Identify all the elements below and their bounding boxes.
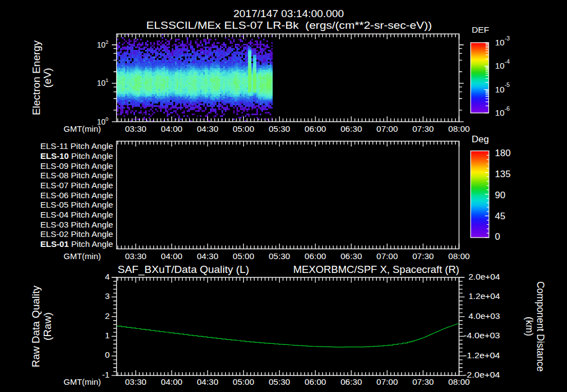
svg-text:ELS-08 Pitch Angle: ELS-08 Pitch Angle <box>40 171 114 180</box>
svg-text:Deg: Deg <box>472 134 489 145</box>
svg-text:06:00: 06:00 <box>305 377 326 386</box>
svg-text:1: 1 <box>105 331 110 340</box>
svg-text:ELS-06 Pitch Angle: ELS-06 Pitch Angle <box>40 190 114 200</box>
svg-text:MEXORBMC/SPF X, Spacecraft (R): MEXORBMC/SPF X, Spacecraft (R) <box>293 264 460 275</box>
svg-text:SAF_BXuT/Data Quality (L): SAF_BXuT/Data Quality (L) <box>118 264 250 276</box>
svg-text:07:30: 07:30 <box>413 124 434 133</box>
svg-text:0: 0 <box>495 231 500 242</box>
svg-text:-1.2e+04: -1.2e+04 <box>464 350 501 360</box>
svg-text:1.2e+04: 1.2e+04 <box>468 291 500 301</box>
svg-text:04:30: 04:30 <box>197 124 219 133</box>
svg-text:05:30: 05:30 <box>269 377 290 386</box>
svg-text:05:00: 05:00 <box>233 124 254 133</box>
svg-text:05:00: 05:00 <box>233 377 254 386</box>
svg-text:102: 102 <box>97 39 109 49</box>
svg-text:ELS-11 Pitch Angle: ELS-11 Pitch Angle <box>40 141 114 151</box>
svg-text:3: 3 <box>105 291 110 301</box>
svg-text:06:30: 06:30 <box>341 251 362 261</box>
svg-text:04:00: 04:00 <box>161 377 183 386</box>
svg-text:04:30: 04:30 <box>197 251 219 261</box>
svg-text:ELS-05 Pitch Angle: ELS-05 Pitch Angle <box>40 200 114 209</box>
svg-text:DEF: DEF <box>472 25 489 34</box>
svg-text:(eV): (eV) <box>42 68 53 88</box>
svg-text:ELS-01 Pitch Angle: ELS-01 Pitch Angle <box>40 239 114 249</box>
svg-text:03:30: 03:30 <box>125 251 147 261</box>
svg-text:08:00: 08:00 <box>449 124 470 133</box>
svg-text:10-4: 10-4 <box>495 58 510 71</box>
svg-text:07:30: 07:30 <box>413 251 434 261</box>
svg-text:07:30: 07:30 <box>413 377 434 386</box>
svg-text:Raw Data Quality: Raw Data Quality <box>30 285 42 367</box>
svg-text:90: 90 <box>495 190 506 200</box>
svg-text:180: 180 <box>495 148 511 158</box>
svg-text:Component Distance: Component Distance <box>535 281 546 372</box>
svg-text:10-5: 10-5 <box>495 81 510 94</box>
svg-text:4.0e+03: 4.0e+03 <box>468 311 500 321</box>
svg-text:03:30: 03:30 <box>125 124 147 133</box>
svg-text:04:00: 04:00 <box>161 124 183 133</box>
svg-text:ELSSCIL/MEx ELS-07 LR-Bk (erg: ELSSCIL/MEx ELS-07 LR-Bk (ergs/(cm**2-sr… <box>146 19 432 31</box>
svg-text:ELS-09 Pitch Angle: ELS-09 Pitch Angle <box>40 161 114 171</box>
svg-text:0: 0 <box>105 350 110 359</box>
svg-text:-4.0e+03: -4.0e+03 <box>464 331 501 340</box>
svg-text:ELS-10 Pitch Angle: ELS-10 Pitch Angle <box>40 151 114 161</box>
svg-text:05:30: 05:30 <box>269 124 290 133</box>
svg-text:ELS-02 Pitch Angle: ELS-02 Pitch Angle <box>40 229 114 239</box>
svg-text:GMT(min): GMT(min) <box>64 124 101 133</box>
svg-text:ELS-04 Pitch Angle: ELS-04 Pitch Angle <box>40 210 114 219</box>
svg-text:07:00: 07:00 <box>377 251 398 261</box>
svg-text:ELS-07 Pitch Angle: ELS-07 Pitch Angle <box>40 180 114 190</box>
svg-text:ELS-03 Pitch Angle: ELS-03 Pitch Angle <box>40 220 114 229</box>
svg-text:06:00: 06:00 <box>305 251 326 261</box>
svg-text:10-3: 10-3 <box>495 35 510 48</box>
svg-text:06:30: 06:30 <box>341 124 362 133</box>
svg-text:GMT(min): GMT(min) <box>64 251 101 261</box>
svg-text:07:00: 07:00 <box>377 124 398 133</box>
svg-text:06:00: 06:00 <box>305 124 326 133</box>
svg-text:Electron Energy: Electron Energy <box>30 40 42 115</box>
svg-text:06:30: 06:30 <box>341 377 362 386</box>
svg-text:4: 4 <box>105 272 110 281</box>
svg-text:04:00: 04:00 <box>161 251 183 261</box>
svg-text:-2.0e+04: -2.0e+04 <box>464 370 501 379</box>
svg-text:2.0e+04: 2.0e+04 <box>468 272 500 281</box>
svg-text:(Raw): (Raw) <box>42 312 53 341</box>
svg-text:(km): (km) <box>524 317 535 336</box>
svg-text:45: 45 <box>495 211 506 221</box>
svg-text:08:00: 08:00 <box>449 251 470 261</box>
svg-text:-1: -1 <box>102 370 110 379</box>
svg-text:135: 135 <box>495 169 511 179</box>
svg-text:101: 101 <box>97 77 109 87</box>
svg-text:2: 2 <box>105 311 110 321</box>
svg-text:05:00: 05:00 <box>233 251 254 261</box>
svg-text:2017/147 03:14:00.000: 2017/147 03:14:00.000 <box>234 8 344 19</box>
svg-text:04:30: 04:30 <box>197 377 219 386</box>
svg-text:10-6: 10-6 <box>495 105 510 118</box>
svg-text:07:00: 07:00 <box>377 377 398 386</box>
svg-text:03:30: 03:30 <box>125 377 147 386</box>
svg-text:05:30: 05:30 <box>269 251 290 261</box>
svg-text:GMT(min): GMT(min) <box>64 377 101 386</box>
